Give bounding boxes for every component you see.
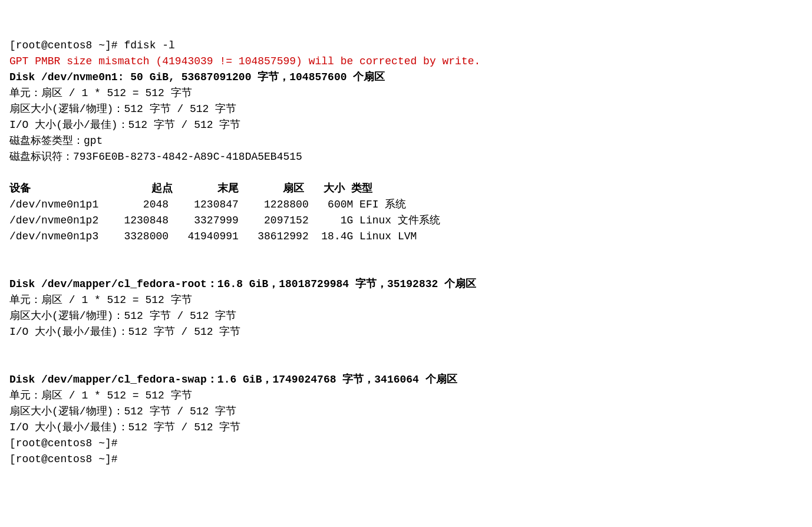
terminal-line-disk1-label-type: 磁盘标签类型：gpt: [9, 133, 803, 149]
terminal-line-disk2-io-size: I/O 大小(最小/最佳)：512 字节 / 512 字节: [9, 324, 803, 340]
terminal-line-empty1: [9, 165, 803, 181]
terminal-line-partition3: /dev/nvme0n1p3 3328000 41940991 38612992…: [9, 229, 803, 245]
terminal-line-prompt3: [root@centos8 ~]#: [9, 452, 803, 467]
terminal-line-partition-header: 设备 起点 末尾 扇区 大小 类型: [9, 181, 803, 197]
terminal-line-empty5: [9, 356, 803, 372]
terminal-line-disk3-header: Disk /dev/mapper/cl_fedora-swap：1.6 GiB，…: [9, 372, 803, 388]
terminal-line-empty3: [9, 261, 803, 276]
terminal-line-partition1: /dev/nvme0n1p1 2048 1230847 1228800 600M…: [9, 197, 803, 213]
terminal-line-disk1-header: Disk /dev/nvme0n1: 50 GiB, 53687091200 字…: [9, 70, 803, 85]
terminal-line-disk2-header: Disk /dev/mapper/cl_fedora-root：16.8 GiB…: [9, 276, 803, 292]
terminal-line-empty4: [9, 340, 803, 356]
terminal-line-partition2: /dev/nvme0n1p2 1230848 3327999 2097152 1…: [9, 213, 803, 229]
terminal-line-empty2: [9, 245, 803, 261]
terminal-line-disk2-unit: 单元：扇区 / 1 * 512 = 512 字节: [9, 292, 803, 308]
terminal-line-disk1-sector-size: 扇区大小(逻辑/物理)：512 字节 / 512 字节: [9, 101, 803, 117]
terminal-line-disk1-identifier: 磁盘标识符：793F6E0B-8273-4842-A89C-418DA5EB45…: [9, 149, 803, 165]
terminal-line-disk3-sector-size: 扇区大小(逻辑/物理)：512 字节 / 512 字节: [9, 404, 803, 420]
terminal-line-gpt-warning: GPT PMBR size mismatch (41943039 != 1048…: [9, 54, 803, 70]
terminal-line-disk1-io-size: I/O 大小(最小/最佳)：512 字节 / 512 字节: [9, 117, 803, 133]
terminal-line-prompt1: [root@centos8 ~]# fdisk -l: [9, 38, 803, 54]
terminal-line-disk2-sector-size: 扇区大小(逻辑/物理)：512 字节 / 512 字节: [9, 308, 803, 324]
terminal-line-prompt2: [root@centos8 ~]#: [9, 436, 803, 452]
terminal-line-disk3-io-size: I/O 大小(最小/最佳)：512 字节 / 512 字节: [9, 420, 803, 436]
terminal-line-disk3-unit: 单元：扇区 / 1 * 512 = 512 字节: [9, 388, 803, 404]
terminal-line-disk1-unit: 单元：扇区 / 1 * 512 = 512 字节: [9, 85, 803, 101]
terminal-output: [root@centos8 ~]# fdisk -lGPT PMBR size …: [9, 6, 803, 483]
